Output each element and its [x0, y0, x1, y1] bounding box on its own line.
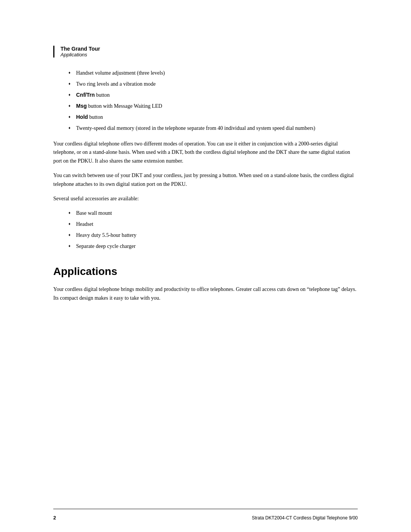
list-item: Base wall mount — [68, 209, 358, 217]
list-item: Cnf/Trn button — [68, 91, 358, 99]
bold-term: Cnf/Trn — [76, 92, 95, 98]
doc-title: Strata DKT2004-CT Cordless Digital Telep… — [252, 515, 358, 521]
header-subtitle: Applications — [61, 52, 358, 58]
header-section: The Grand Tour Applications — [53, 46, 358, 58]
footer: 2 Strata DKT2004-CT Cordless Digital Tel… — [53, 515, 358, 521]
list-item-text: Headset — [76, 221, 93, 227]
list-item-text: Heavy duty 5.5-hour battery — [76, 232, 137, 238]
list-item-text: button with Message Waiting LED — [87, 103, 162, 109]
list-item: Two ring levels and a vibration mode — [68, 80, 358, 88]
list-item: Handset volume adjustment (three levels) — [68, 69, 358, 77]
section-title: Applications — [53, 265, 358, 278]
list-item: Twenty-speed dial memory (stored in the … — [68, 124, 358, 132]
paragraph-2: You can switch between use of your DKT a… — [53, 171, 358, 189]
footer-line — [53, 509, 358, 509]
paragraph-3: Several useful accessories are available… — [53, 195, 358, 203]
list-item-text: Twenty-speed dial memory (stored in the … — [76, 125, 315, 131]
bold-term: Msg — [76, 103, 87, 109]
list-item-text: Base wall mount — [76, 210, 112, 216]
list-item-text: Separate deep cycle charger — [76, 243, 135, 249]
list-item: Msg button with Message Waiting LED — [68, 102, 358, 110]
list-item: Separate deep cycle charger — [68, 242, 358, 250]
paragraph-4: Your cordless digital telephone brings m… — [53, 285, 358, 302]
list-item-text: button — [88, 114, 103, 120]
list-item-text: button — [95, 92, 110, 98]
list-item: Headset — [68, 220, 358, 228]
page-number: 2 — [53, 515, 56, 521]
list-item-text: Handset volume adjustment (three levels) — [76, 70, 165, 76]
header-title: The Grand Tour — [61, 46, 358, 52]
list-item-text: Two ring levels and a vibration mode — [76, 81, 156, 87]
paragraph-1: Your cordless digital telephone offers t… — [53, 140, 358, 165]
features-list: Handset volume adjustment (three levels)… — [68, 69, 358, 132]
accessories-list: Base wall mount Headset Heavy duty 5.5-h… — [68, 209, 358, 250]
page: The Grand Tour Applications Handset volu… — [0, 0, 411, 532]
bold-term: Hold — [76, 114, 88, 120]
list-item: Hold button — [68, 113, 358, 121]
list-item: Heavy duty 5.5-hour battery — [68, 231, 358, 239]
